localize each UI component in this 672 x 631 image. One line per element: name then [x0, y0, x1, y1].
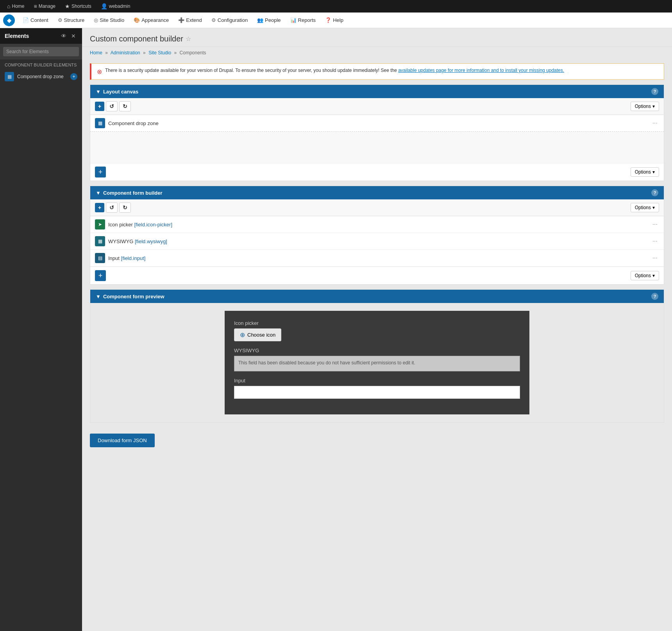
drop-zone-icon: ▦: [95, 118, 105, 128]
app-layout: Elements 👁 ✕ Component builder elements …: [0, 28, 672, 631]
options-btn-form[interactable]: Options ▾: [631, 203, 659, 212]
form-undo-btn[interactable]: ↺: [106, 203, 118, 213]
form-preview-toggle[interactable]: ▼: [96, 294, 101, 299]
nav-content[interactable]: 📄 Content: [18, 13, 53, 28]
reports-icon: 📊: [290, 17, 297, 23]
wysiwyg-icon: ▦: [95, 236, 105, 246]
user-nav-item[interactable]: 👤 webadmin: [97, 0, 134, 13]
home-icon: ⌂: [7, 3, 10, 9]
form-item-input: ▤ Input [field.input] ···: [90, 250, 664, 267]
sidebar-close-btn[interactable]: ✕: [70, 32, 77, 40]
form-add-row: + Options ▾: [90, 267, 664, 284]
search-input[interactable]: [3, 47, 79, 56]
preview-wysiwyg-label: WYSIWYG: [234, 348, 520, 353]
page-header: Custom component builder ☆: [82, 28, 672, 47]
canvas-add-row: + Options ▾: [90, 163, 664, 181]
nav-structure[interactable]: ⚙ Structure: [53, 13, 89, 28]
page-title: Custom component builder ☆: [90, 34, 664, 43]
breadcrumb: Home » Administration » Site Studio » Co…: [82, 47, 672, 59]
preview-input-label: Input: [234, 378, 520, 384]
redo-btn[interactable]: ↻: [119, 101, 131, 111]
preview-wysiwyg-field: This field has been disabled because you…: [234, 356, 520, 371]
home-nav-item[interactable]: ⌂ Home: [3, 0, 28, 13]
security-alert: ⊗ There is a security update available f…: [90, 63, 664, 80]
breadcrumb-site-studio[interactable]: Site Studio: [148, 50, 171, 56]
manage-nav-item[interactable]: ≡ Manage: [30, 0, 59, 13]
wysiwyg-more-btn[interactable]: ···: [651, 238, 659, 245]
component-drop-zone-icon: ▦: [5, 72, 14, 81]
shortcuts-nav-item[interactable]: ★ Shortcuts: [61, 0, 95, 13]
sidebar-header: Elements 👁 ✕: [0, 28, 82, 44]
nav-configuration[interactable]: ⚙ Configuration: [207, 13, 252, 28]
extend-icon: ➕: [178, 17, 184, 23]
sidebar-item-component-drop-zone[interactable]: ▦ Component drop zone +: [0, 69, 82, 84]
layout-canvas-panel: ▼ Layout canvas ? + ↺ ↻ Options ▾: [90, 84, 664, 181]
form-builder-toolbar: + ↺ ↻ Options ▾: [90, 199, 664, 216]
preview-icon-picker-group: Icon picker ⊕ Choose icon: [234, 320, 520, 341]
form-add-row-btn[interactable]: +: [95, 270, 106, 281]
form-preview-body: Icon picker ⊕ Choose icon WYSIWYG This f…: [90, 303, 664, 422]
undo-btn[interactable]: ↺: [106, 101, 118, 111]
chevron-down-icon-3: ▾: [652, 205, 655, 210]
breadcrumb-home[interactable]: Home: [90, 50, 102, 56]
form-builder-panel: ▼ Component form builder ? + ↺ ↻ Options…: [90, 186, 664, 285]
form-item-wysiwyg: ▦ WYSIWYG [field.wysiwyg] ···: [90, 233, 664, 250]
drop-zone-more-btn[interactable]: ···: [651, 120, 659, 127]
form-preview-header: ▼ Component form preview ?: [90, 290, 664, 303]
content-icon: 📄: [23, 17, 29, 23]
alert-icon: ⊗: [97, 68, 102, 75]
nav-people[interactable]: 👥 People: [252, 13, 285, 28]
form-builder-help[interactable]: ?: [651, 189, 658, 196]
preview-input-field[interactable]: [234, 386, 520, 399]
choose-icon-btn[interactable]: ⊕ Choose icon: [234, 328, 281, 341]
form-preview-help[interactable]: ?: [651, 293, 658, 300]
form-builder-header: ▼ Component form builder ?: [90, 186, 664, 199]
nav-extend[interactable]: ➕ Extend: [173, 13, 206, 28]
add-component-btn[interactable]: +: [70, 73, 77, 80]
nav-reports[interactable]: 📊 Reports: [286, 13, 321, 28]
nav-appearance[interactable]: 🎨 Appearance: [129, 13, 173, 28]
layout-canvas-help[interactable]: ?: [651, 88, 658, 95]
add-element-btn[interactable]: +: [95, 102, 104, 111]
chevron-down-icon: ▾: [652, 104, 655, 109]
download-form-json-btn[interactable]: Download form JSON: [90, 434, 155, 447]
main-content: Custom component builder ☆ Home » Admini…: [82, 28, 672, 631]
page-content-area: Custom component builder ☆ Home » Admini…: [82, 28, 672, 454]
user-icon: 👤: [101, 3, 107, 9]
input-more-btn[interactable]: ···: [651, 255, 659, 262]
sidebar: Elements 👁 ✕ Component builder elements …: [0, 28, 82, 631]
chevron-down-icon-4: ▾: [652, 273, 655, 278]
sidebar-eye-btn[interactable]: 👁: [59, 32, 68, 40]
canvas-add-btn[interactable]: +: [95, 167, 106, 177]
preview-wysiwyg-group: WYSIWYG This field has been disabled bec…: [234, 348, 520, 371]
layout-canvas-body: + ↺ ↻ Options ▾ ▦ Component drop zone ··…: [90, 98, 664, 181]
plus-circle-icon: ⊕: [240, 331, 245, 339]
icon-picker-more-btn[interactable]: ···: [651, 221, 659, 228]
input-icon: ▤: [95, 253, 105, 263]
breadcrumb-administration[interactable]: Administration: [111, 50, 140, 56]
form-preview-panel: ▼ Component form preview ? Icon picker ⊕…: [90, 289, 664, 423]
site-studio-icon: ◎: [94, 17, 98, 23]
favorite-icon[interactable]: ☆: [186, 35, 191, 43]
chevron-down-icon-2: ▾: [652, 169, 655, 175]
admin-bar: ⌂ Home ≡ Manage ★ Shortcuts 👤 webadmin: [0, 0, 672, 13]
form-preview-inner: Icon picker ⊕ Choose icon WYSIWYG This f…: [225, 311, 529, 414]
form-add-btn[interactable]: +: [95, 203, 104, 212]
site-logo[interactable]: ◆: [3, 14, 15, 26]
security-alert-link[interactable]: available updates page for more informat…: [398, 68, 564, 73]
menu-icon: ≡: [34, 3, 37, 9]
layout-canvas-toggle[interactable]: ▼: [96, 89, 101, 95]
form-redo-btn[interactable]: ↻: [119, 203, 131, 213]
form-item-icon-picker: ➤ Icon picker [field.icon-picker] ···: [90, 216, 664, 233]
icon-picker-icon: ➤: [95, 219, 105, 229]
star-icon: ★: [65, 3, 70, 9]
options-btn-form-bottom[interactable]: Options ▾: [631, 271, 659, 280]
options-btn-layout-bottom[interactable]: Options ▾: [631, 167, 659, 177]
options-btn-layout[interactable]: Options ▾: [631, 102, 659, 111]
nav-help[interactable]: ❓ Help: [320, 13, 348, 28]
sidebar-section-title: Component builder elements: [0, 59, 82, 69]
form-builder-toggle[interactable]: ▼: [96, 190, 101, 196]
layout-canvas-header: ▼ Layout canvas ?: [90, 85, 664, 98]
nav-site-studio[interactable]: ◎ Site Studio: [89, 13, 129, 28]
breadcrumb-components: Components: [180, 50, 206, 56]
